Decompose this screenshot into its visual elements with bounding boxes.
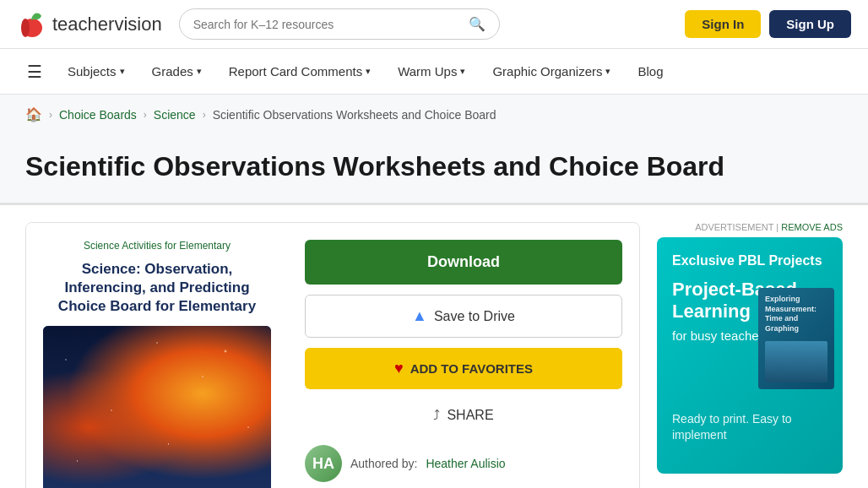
breadcrumb-choice-boards[interactable]: Choice Boards	[59, 108, 137, 122]
save-to-drive-button[interactable]: ▲ Save to Drive	[305, 295, 622, 338]
authored-by: HA Authored by: Heather Aulisio	[305, 445, 622, 482]
search-bar[interactable]: 🔍	[179, 8, 500, 40]
breadcrumb-separator: ›	[144, 109, 147, 121]
search-icon: 🔍	[469, 16, 486, 32]
preview-panel: Science Activities for Elementary Scienc…	[26, 223, 288, 488]
ad-card-book-image: Exploring Measurement: Time and Graphing	[758, 288, 834, 389]
ad-card-desc: Ready to print. Easy to implement	[672, 411, 827, 444]
add-to-favorites-button[interactable]: ♥ ADD TO FAVORITES	[305, 348, 622, 389]
breadcrumb-science[interactable]: Science	[154, 108, 196, 122]
main-content: Science Activities for Elementary Scienc…	[0, 205, 868, 488]
breadcrumb-current-page: Scientific Observations Worksheets and C…	[213, 108, 496, 122]
nav-item-report-card-comments[interactable]: Report Card Comments ▾	[217, 49, 382, 94]
chevron-down-icon: ▾	[460, 66, 465, 77]
ad-label: ADVERTISEMENT | REMOVE ADS	[657, 222, 843, 232]
heart-icon: ♥	[394, 360, 404, 377]
remove-ads-button[interactable]: REMOVE ADS	[781, 222, 843, 232]
preview-label: Science Activities for Elementary	[84, 240, 231, 252]
ad-panel: ADVERTISEMENT | REMOVE ADS Exclusive PBL…	[657, 222, 843, 488]
breadcrumb: 🏠 › Choice Boards › Science › Scientific…	[0, 95, 868, 134]
chevron-down-icon: ▾	[605, 66, 610, 77]
breadcrumb-separator: ›	[203, 109, 206, 121]
share-button[interactable]: ⤴ SHARE	[305, 399, 622, 431]
signin-button[interactable]: Sign In	[685, 10, 761, 38]
share-icon: ⤴	[433, 408, 440, 423]
nav-item-graphic-organizers[interactable]: Graphic Organizers ▾	[480, 49, 622, 94]
logo-text: teachervision	[52, 14, 162, 35]
nav-item-warm-ups[interactable]: Warm Ups ▾	[386, 49, 477, 94]
resource-card: Science Activities for Elementary Scienc…	[25, 222, 640, 488]
hamburger-menu-button[interactable]: ☰	[17, 50, 52, 94]
ad-card[interactable]: Exclusive PBL Projects Project-Based Lea…	[657, 237, 843, 474]
logo-apple-icon	[17, 9, 47, 40]
google-drive-icon: ▲	[412, 307, 427, 325]
author-name[interactable]: Heather Aulisio	[426, 457, 505, 470]
ad-card-title: Exclusive PBL Projects	[672, 252, 827, 270]
actions-panel: Download ▲ Save to Drive ♥ ADD TO FAVORI…	[288, 223, 639, 488]
svg-point-1	[21, 19, 30, 37]
home-breadcrumb-link[interactable]: 🏠	[25, 106, 42, 122]
logo-area[interactable]: teachervision	[17, 9, 162, 40]
search-input[interactable]	[193, 18, 469, 31]
page-title: Scientific Observations Worksheets and C…	[25, 151, 843, 182]
preview-book-title: Science: Observation, Inferencing, and P…	[43, 260, 271, 316]
header-actions: Sign In Sign Up	[685, 10, 851, 38]
header: teachervision 🔍 Sign In Sign Up	[0, 0, 868, 49]
download-button[interactable]: Download	[305, 240, 622, 285]
main-nav: ☰ Subjects ▾ Grades ▾ Report Card Commen…	[0, 49, 868, 95]
authored-by-prefix: Authored by:	[350, 457, 417, 470]
preview-image[interactable]	[43, 326, 271, 488]
signup-button[interactable]: Sign Up	[769, 10, 851, 38]
chevron-down-icon: ▾	[366, 66, 371, 77]
chevron-down-icon: ▾	[197, 66, 202, 77]
breadcrumb-separator: ›	[49, 109, 52, 121]
author-avatar: HA	[305, 445, 342, 482]
nav-item-blog[interactable]: Blog	[626, 49, 675, 94]
space-illustration	[43, 326, 271, 488]
nav-item-subjects[interactable]: Subjects ▾	[56, 49, 137, 94]
nav-item-grades[interactable]: Grades ▾	[140, 49, 214, 94]
chevron-down-icon: ▾	[120, 66, 125, 77]
page-title-area: Scientific Observations Worksheets and C…	[0, 134, 868, 205]
